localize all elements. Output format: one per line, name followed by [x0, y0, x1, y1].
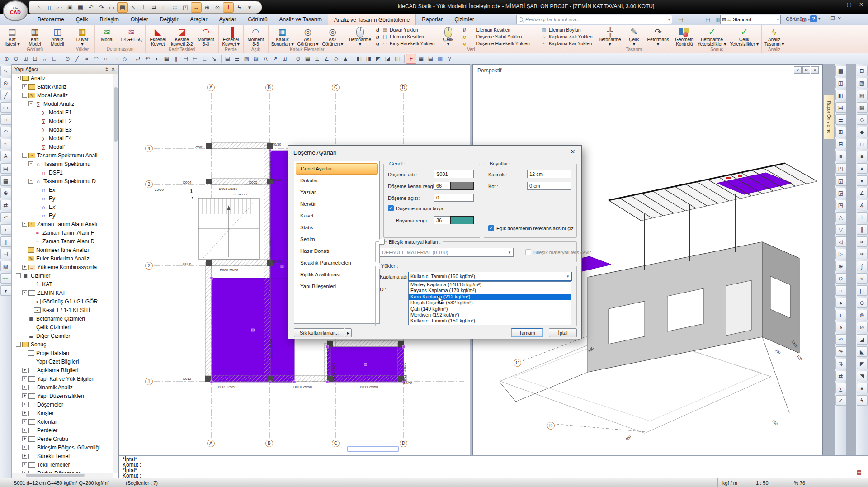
- ribbon-button-çelik-yetersizlikler[interactable]: ✓ÇelikYetersizlikler ▾: [728, 26, 760, 47]
- status-scale[interactable]: 1 : 50: [751, 478, 789, 487]
- tree-item-zemi-n-kat[interactable]: -ZEMİN KAT: [13, 288, 113, 297]
- line-icon[interactable]: ╱: [0, 90, 11, 100]
- ribbon-small-item-kaplama-zati-yükleri[interactable]: ≈Kaplama Zati Yükleri: [534, 33, 593, 40]
- tree-item-zaman-tan-m-alan-d[interactable]: ≈Zaman Tanım Alanı D: [13, 237, 113, 246]
- exch-icon[interactable]: ⇄: [835, 371, 846, 381]
- collapse-icon[interactable]: -: [16, 273, 21, 278]
- ribbon-button-moment-3-3[interactable]: ◠Moment3-3: [245, 26, 267, 47]
- tree-item-modal-[interactable]: ∑Modal': [13, 142, 113, 151]
- sheets-icon[interactable]: ▤: [676, 15, 685, 24]
- ribbon-small-item-eleman-boylar-[interactable]: ▥Eleman Boyları: [534, 27, 593, 33]
- expand-icon[interactable]: +: [22, 411, 27, 416]
- polyline-icon[interactable]: ≈: [82, 54, 91, 63]
- tree-vertical-scrollbar[interactable]: [113, 74, 118, 473]
- save-icon[interactable]: ▣: [65, 3, 75, 12]
- isolate-icon[interactable]: ◫: [392, 54, 402, 63]
- redo-icon[interactable]: ↷: [835, 346, 846, 357]
- auto-icon[interactable]: AUTO: [0, 273, 11, 284]
- mdi-close-button[interactable]: ✕: [838, 16, 841, 21]
- dialog-nav-rijitlik-azalt-lmas-[interactable]: Rijitlik Azaltılması: [296, 269, 378, 280]
- half-icon[interactable]: ◧: [835, 90, 846, 100]
- hatch3-icon[interactable]: ▩: [857, 102, 868, 113]
- tree-item-dinamik-analiz[interactable]: +Dinamik Analiz: [13, 383, 113, 392]
- edge-color-swatch[interactable]: [450, 182, 474, 190]
- ortho-icon[interactable]: ⊥: [312, 54, 322, 63]
- tab-ayarlar[interactable]: Ayarlar: [213, 14, 242, 25]
- slab-name-input[interactable]: S001: [434, 170, 474, 178]
- tab-analiz-ve-tasar-m[interactable]: Analiz ve Tasarım: [274, 14, 328, 25]
- rect-icon[interactable]: ▭: [0, 102, 11, 113]
- extend-icon[interactable]: ⊢: [190, 54, 200, 63]
- tree-item-yap-düzensizlikleri[interactable]: +Yapı Düzensizlikleri: [13, 392, 113, 400]
- measure-icon[interactable]: ∟: [49, 54, 59, 63]
- report-icon[interactable]: ▤: [426, 54, 435, 63]
- tab-analiz-ve-tasar-m-g-r-nt-leme[interactable]: Analiz ve Tasarım Görüntüleme: [328, 14, 416, 25]
- minimize-button[interactable]: –: [836, 1, 840, 8]
- point-icon[interactable]: ⊙: [63, 54, 72, 63]
- undo-icon[interactable]: ↶: [86, 3, 96, 12]
- tree-item-tasar-m-spektrumu-d[interactable]: -∩Tasarım Spektrumu D: [13, 177, 113, 185]
- favorites-expand-button[interactable]: ▸: [345, 328, 352, 337]
- tree-item-modal-analiz[interactable]: -✎Modal Analiz: [13, 91, 113, 99]
- expand-icon[interactable]: +: [22, 428, 27, 433]
- tree-item-analiz[interactable]: -≣Analiz: [13, 74, 113, 82]
- zoom-icon[interactable]: ⊕: [0, 188, 11, 198]
- paint-color-swatch[interactable]: [450, 216, 474, 224]
- tree-item-kolonlar[interactable]: +Kolonlar: [13, 417, 113, 426]
- ribbon-button-peformans[interactable]: ↷Peformans▾: [646, 26, 670, 47]
- lock-icon[interactable]: ◩: [373, 54, 383, 63]
- expand-icon[interactable]: +: [22, 454, 27, 459]
- perpendicular-icon[interactable]: ⊥: [139, 3, 149, 12]
- last-view-icon[interactable]: ▭: [107, 3, 117, 12]
- tree-item-zaman-tan-m-alan-anali[interactable]: -≈Zaman Tanım Alanı Anali: [13, 220, 113, 228]
- close-icon[interactable]: ✕: [110, 66, 116, 72]
- tri-left-icon[interactable]: ◁: [835, 236, 846, 247]
- tab-de-i-tir[interactable]: Değiştir: [154, 14, 184, 25]
- ribbon-button-katı-model[interactable]: ▦KatıModel: [24, 26, 46, 47]
- tab--izimler[interactable]: Çizimler: [448, 14, 480, 25]
- dialog-close-button[interactable]: ✕: [569, 148, 577, 155]
- collapse-icon[interactable]: -: [22, 153, 27, 158]
- polar-icon[interactable]: ∠: [322, 54, 331, 63]
- tree-item-di-er-çizimler[interactable]: ≣Diğer Çizimler: [13, 331, 113, 340]
- menu-icon[interactable]: ≡: [835, 151, 846, 161]
- pattern-icon[interactable]: ▨: [0, 261, 11, 271]
- collapse-icon[interactable]: -: [28, 179, 33, 184]
- idecad-logo[interactable]: ide CAD: [3, 0, 28, 21]
- odot-icon[interactable]: ⊙: [857, 298, 868, 308]
- paint-inside-checkbox[interactable]: ✓: [388, 205, 394, 211]
- scale-icon[interactable]: ↘: [209, 54, 219, 63]
- collapse-icon[interactable]: -: [16, 76, 21, 80]
- unlock-icon[interactable]: ◪: [383, 54, 392, 63]
- angle-icon[interactable]: ∠: [857, 188, 868, 198]
- favorites-button[interactable]: Sık kullanılanlar...: [294, 328, 344, 337]
- swap-icon[interactable]: ⇅: [835, 359, 846, 369]
- dialog-nav-genel-ayarlar[interactable]: Genel Ayarlar: [296, 163, 378, 175]
- close-button[interactable]: ✕: [859, 1, 863, 8]
- tree-item-tekil-temeller[interactable]: +Tekil Temeller: [13, 460, 113, 469]
- tree-item-kiri-ler[interactable]: +Kirişler: [13, 409, 113, 417]
- corner-c-icon[interactable]: ◤: [857, 359, 868, 369]
- render-icon[interactable]: ◧: [801, 16, 806, 22]
- ribbon-button-1.4g+1.6q[interactable]: ≋1.4G+1.6Q: [119, 26, 144, 47]
- print-icon[interactable]: ▥: [435, 54, 445, 63]
- expand-icon[interactable]: +: [22, 393, 27, 398]
- ribbon-small-item-eleman-kesitleri[interactable]: IIEleman Kesitleri: [462, 27, 530, 33]
- move-icon[interactable]: ⇄: [133, 54, 143, 63]
- star-icon[interactable]: ★: [857, 383, 868, 393]
- ok-button[interactable]: Tamam: [511, 328, 543, 337]
- minus-icon[interactable]: ⊟: [835, 139, 846, 149]
- mesh-icon[interactable]: ▦: [416, 54, 426, 63]
- dot-icon[interactable]: ●: [835, 298, 846, 308]
- mdi-minimize-button[interactable]: –: [826, 16, 828, 21]
- ribbon-small-item-kiri-hareketli-yükleri[interactable]: q▭Kiriş Hareketli Yükleri: [375, 40, 435, 47]
- tri-icon[interactable]: ▲: [857, 163, 868, 174]
- diamond-icon[interactable]: ◇: [857, 114, 868, 125]
- minus2-icon[interactable]: ⊖: [835, 273, 846, 284]
- help-icon[interactable]: ?: [445, 54, 454, 63]
- ribbon-button-moment-3-3[interactable]: ◠Moment3-3: [195, 26, 217, 47]
- properties-icon[interactable]: ☰: [232, 54, 242, 63]
- tab-raporlar[interactable]: Raporlar: [416, 14, 448, 25]
- angle-icon[interactable]: ∟: [160, 3, 170, 12]
- grid-icon[interactable]: ⊞: [835, 127, 846, 137]
